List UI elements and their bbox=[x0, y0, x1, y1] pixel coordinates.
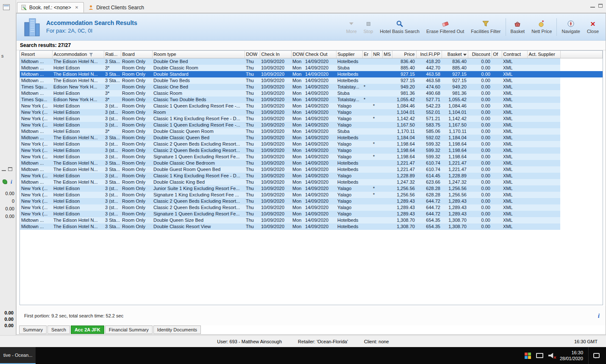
cell-contract[interactable]: XML bbox=[502, 58, 527, 65]
cell-board[interactable]: Room Only bbox=[121, 185, 152, 192]
cell-supplier[interactable]: Hotelbeds bbox=[336, 160, 362, 166]
column-header-supplier[interactable]: Supplier bbox=[336, 51, 362, 58]
cell-supplier[interactable]: Yalago bbox=[336, 185, 362, 192]
cell-dow_out[interactable]: Mon bbox=[291, 97, 304, 103]
cell-ms[interactable] bbox=[382, 223, 392, 230]
cell-board[interactable]: Room Only bbox=[121, 135, 152, 141]
cell-accommodation[interactable]: Hotel Edison bbox=[52, 122, 104, 128]
cell-ms[interactable] bbox=[382, 65, 392, 71]
cell-dow_in[interactable]: Thu bbox=[245, 217, 260, 223]
cell-act_supplier[interactable] bbox=[527, 223, 560, 230]
cell-incl_fl_pp[interactable]: 644.72 bbox=[416, 211, 442, 217]
cell-dow_out[interactable]: Mon bbox=[291, 185, 304, 192]
cell-discount[interactable]: 0.00 bbox=[468, 58, 492, 65]
cell-rating[interactable]: 3 Sta... bbox=[104, 166, 121, 173]
cell-dow_out[interactable]: Mon bbox=[291, 122, 304, 128]
cell-contract[interactable]: XML bbox=[502, 160, 527, 166]
cell-rating[interactable]: 3 (st... bbox=[104, 103, 121, 109]
cell-of[interactable] bbox=[492, 198, 502, 204]
cell-board[interactable]: Room Only bbox=[121, 211, 152, 217]
cell-board[interactable]: Room Only bbox=[121, 173, 152, 179]
cell-check_in[interactable]: 10/09/2020 bbox=[260, 223, 291, 230]
cell-dow_out[interactable]: Mon bbox=[291, 147, 304, 154]
cell-basket[interactable]: 1,198.64 bbox=[442, 154, 468, 160]
cell-check_out[interactable]: 14/09/2020 bbox=[304, 65, 336, 71]
column-header-incl_fl_pp[interactable]: Incl.Fl.PP bbox=[416, 51, 442, 58]
cell-accommodation[interactable]: Edison New York H... bbox=[52, 84, 104, 90]
cell-room_type[interactable]: Double Guest Room Queen Bed bbox=[152, 166, 245, 173]
cell-nr[interactable]: * bbox=[372, 185, 382, 192]
cell-basket[interactable]: 836.40 bbox=[442, 58, 468, 65]
cell-check_in[interactable]: 10/09/2020 bbox=[260, 192, 291, 198]
cell-dow_out[interactable]: Mon bbox=[291, 154, 304, 160]
cell-rating[interactable]: 3* bbox=[104, 65, 121, 71]
cell-discount[interactable]: 0.00 bbox=[468, 173, 492, 179]
cell-basket[interactable]: 1,198.64 bbox=[442, 141, 468, 147]
cell-ms[interactable] bbox=[382, 160, 392, 166]
cell-er[interactable] bbox=[362, 192, 372, 198]
cell-rating[interactable]: 3 Sta... bbox=[104, 160, 121, 166]
cell-dow_out[interactable]: Mon bbox=[291, 109, 304, 116]
cell-of[interactable] bbox=[492, 84, 502, 90]
cell-price[interactable]: 1,289.43 bbox=[392, 204, 416, 211]
cell-act_supplier[interactable] bbox=[527, 204, 560, 211]
cell-check_in[interactable]: 10/09/2020 bbox=[260, 128, 291, 135]
panel-minimize-icon[interactable] bbox=[2, 167, 6, 171]
column-header-act_supplier[interactable]: Act. Supplier bbox=[527, 51, 560, 58]
cell-nr[interactable] bbox=[372, 160, 382, 166]
cell-contract[interactable]: XML bbox=[502, 116, 527, 122]
cell-rating[interactable]: 3 (st... bbox=[104, 147, 121, 154]
cell-er[interactable] bbox=[362, 217, 372, 223]
cell-dow_out[interactable]: Mon bbox=[291, 204, 304, 211]
cell-supplier[interactable]: Hotelbeds bbox=[336, 223, 362, 230]
cell-supplier[interactable]: Yalago bbox=[336, 122, 362, 128]
cell-rating[interactable]: 3 Sta... bbox=[104, 58, 121, 65]
cell-resort[interactable]: New York (... bbox=[20, 147, 52, 154]
cell-incl_fl_pp[interactable]: 527.71 bbox=[416, 97, 442, 103]
tab-booking-ref[interactable]: Book. ref.: <none> ✕ bbox=[17, 2, 84, 13]
cell-board[interactable]: Room Only bbox=[121, 97, 152, 103]
cell-incl_fl_pp[interactable]: 654.35 bbox=[416, 217, 442, 223]
cell-check_in[interactable]: 10/09/2020 bbox=[260, 103, 291, 109]
cell-er[interactable] bbox=[362, 141, 372, 147]
cell-of[interactable] bbox=[492, 185, 502, 192]
column-header-accommodation[interactable]: Accommodation bbox=[52, 51, 104, 58]
cell-check_in[interactable]: 10/09/2020 bbox=[260, 77, 291, 84]
cell-rating[interactable]: 3 Sta... bbox=[104, 179, 121, 185]
cell-board[interactable]: Room Only bbox=[121, 166, 152, 173]
cell-board[interactable]: Room Only bbox=[121, 58, 152, 65]
cell-room_type[interactable]: Room bbox=[152, 109, 245, 116]
cell-price[interactable]: 1,084.46 bbox=[392, 103, 416, 109]
cell-act_supplier[interactable] bbox=[527, 103, 560, 109]
cell-basket[interactable]: 1,055.42 bbox=[442, 97, 468, 103]
cell-discount[interactable]: 0.00 bbox=[468, 71, 492, 77]
cell-room_type[interactable]: Signature 1 King Excluding Resort Fee ..… bbox=[152, 192, 245, 198]
cell-check_in[interactable]: 10/09/2020 bbox=[260, 58, 291, 65]
cell-contract[interactable]: XML bbox=[502, 65, 527, 71]
table-row[interactable]: Midtown ...The Edison Hotel N...3 Sta...… bbox=[20, 58, 603, 65]
cell-check_out[interactable]: 14/09/2020 bbox=[304, 179, 336, 185]
cell-check_out[interactable]: 14/09/2020 bbox=[304, 211, 336, 217]
cell-nr[interactable] bbox=[372, 128, 382, 135]
cell-accommodation[interactable]: The Edison Hotel N... bbox=[52, 223, 104, 230]
column-header-of[interactable]: Of bbox=[492, 51, 502, 58]
cell-dow_in[interactable]: Thu bbox=[245, 154, 260, 160]
cell-dow_in[interactable]: Thu bbox=[245, 166, 260, 173]
table-row[interactable]: New York (...Hotel Edison3 (st...Room On… bbox=[20, 116, 603, 122]
cell-accommodation[interactable]: The Edison Hotel N... bbox=[52, 160, 104, 166]
column-header-basket[interactable]: Basket bbox=[442, 51, 468, 58]
cell-room_type[interactable]: Classic 1 King Excluding Resort Fee - D.… bbox=[152, 173, 245, 179]
cell-check_in[interactable]: 10/09/2020 bbox=[260, 204, 291, 211]
cell-ms[interactable] bbox=[382, 84, 392, 90]
cell-check_out[interactable]: 14/09/2020 bbox=[304, 147, 336, 154]
cell-dow_in[interactable]: Thu bbox=[245, 77, 260, 84]
cell-board[interactable]: Room Only bbox=[121, 109, 152, 116]
cell-of[interactable] bbox=[492, 204, 502, 211]
cell-accommodation[interactable]: Hotel Edison bbox=[52, 211, 104, 217]
cell-contract[interactable]: XML bbox=[502, 122, 527, 128]
cell-dow_in[interactable]: Thu bbox=[245, 122, 260, 128]
cell-accommodation[interactable]: Hotel Edison bbox=[52, 65, 104, 71]
table-row[interactable]: Times Squ...Edison New York H...3*Room O… bbox=[20, 97, 603, 103]
cell-supplier[interactable]: Stuba bbox=[336, 128, 362, 135]
cell-supplier[interactable]: Totalstay... bbox=[336, 97, 362, 103]
